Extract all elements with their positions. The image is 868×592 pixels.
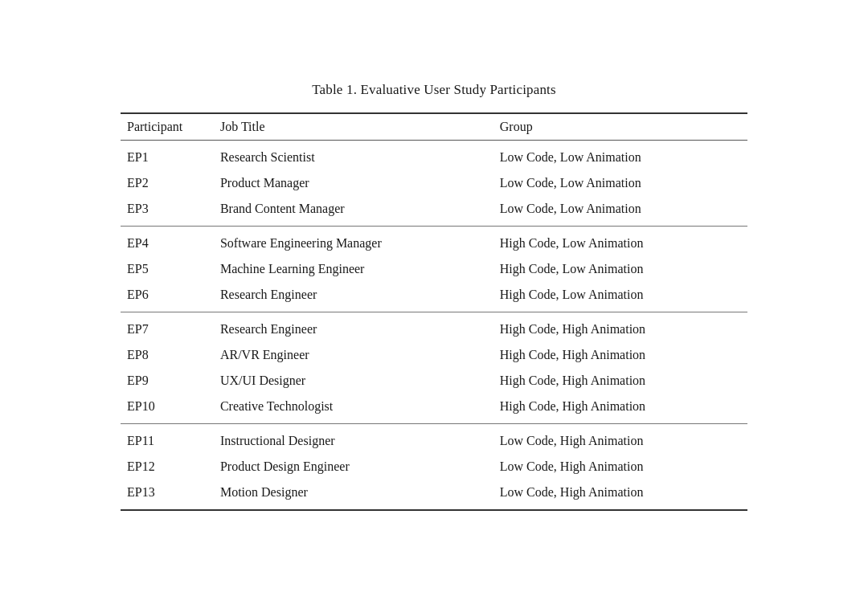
cell-job-title: Product Manager [214,170,493,196]
cell-group: Low Code, High Animation [493,423,747,454]
cell-group: High Code, High Animation [493,394,747,424]
cell-participant: EP3 [121,196,214,227]
table-title: Table 1. Evaluative User Study Participa… [121,82,747,98]
cell-job-title: AR/VR Engineer [214,342,493,368]
cell-job-title: Product Design Engineer [214,454,493,480]
cell-group: High Code, Low Animation [493,282,747,312]
cell-job-title: Instructional Designer [214,423,493,454]
cell-participant: EP6 [121,282,214,312]
cell-participant: EP7 [121,312,214,342]
cell-participant: EP8 [121,342,214,368]
table-row: EP2Product ManagerLow Code, Low Animatio… [121,170,747,196]
cell-participant: EP1 [121,140,214,170]
table-row: EP4Software Engineering ManagerHigh Code… [121,226,747,256]
table-row: EP11Instructional DesignerLow Code, High… [121,423,747,454]
cell-group: Low Code, Low Animation [493,170,747,196]
cell-group: High Code, Low Animation [493,256,747,282]
cell-job-title: Creative Technologist [214,394,493,424]
cell-group: High Code, High Animation [493,342,747,368]
table-row: EP13Motion DesignerLow Code, High Animat… [121,480,747,510]
cell-group: Low Code, High Animation [493,480,747,510]
col-header-participant: Participant [121,113,214,141]
col-header-jobtitle: Job Title [214,113,493,141]
table-row: EP8AR/VR EngineerHigh Code, High Animati… [121,342,747,368]
cell-job-title: Brand Content Manager [214,196,493,227]
cell-group: Low Code, Low Animation [493,196,747,227]
cell-participant: EP12 [121,454,214,480]
table-row: EP7Research EngineerHigh Code, High Anim… [121,312,747,342]
cell-job-title: Research Scientist [214,140,493,170]
cell-participant: EP5 [121,256,214,282]
cell-participant: EP4 [121,226,214,256]
cell-job-title: Research Engineer [214,312,493,342]
cell-group: High Code, High Animation [493,368,747,394]
cell-job-title: Research Engineer [214,282,493,312]
cell-group: High Code, Low Animation [493,226,747,256]
table-row: EP9UX/UI DesignerHigh Code, High Animati… [121,368,747,394]
cell-job-title: Motion Designer [214,480,493,510]
cell-group: High Code, High Animation [493,312,747,342]
table-wrapper: Table 1. Evaluative User Study Participa… [121,82,747,511]
cell-participant: EP9 [121,368,214,394]
table-row: EP6Research EngineerHigh Code, Low Anima… [121,282,747,312]
cell-group: Low Code, High Animation [493,454,747,480]
cell-job-title: Machine Learning Engineer [214,256,493,282]
table-row: EP12Product Design EngineerLow Code, Hig… [121,454,747,480]
table-row: EP3Brand Content ManagerLow Code, Low An… [121,196,747,227]
cell-participant: EP13 [121,480,214,510]
table-row: EP1Research ScientistLow Code, Low Anima… [121,140,747,170]
cell-job-title: Software Engineering Manager [214,226,493,256]
cell-participant: EP2 [121,170,214,196]
page-container: Table 1. Evaluative User Study Participa… [0,0,868,592]
cell-participant: EP10 [121,394,214,424]
cell-group: Low Code, Low Animation [493,140,747,170]
cell-job-title: UX/UI Designer [214,368,493,394]
participants-table: Participant Job Title Group EP1Research … [121,112,747,511]
table-row: EP5Machine Learning EngineerHigh Code, L… [121,256,747,282]
cell-participant: EP11 [121,423,214,454]
col-header-group: Group [493,113,747,141]
table-row: EP10Creative TechnologistHigh Code, High… [121,394,747,424]
